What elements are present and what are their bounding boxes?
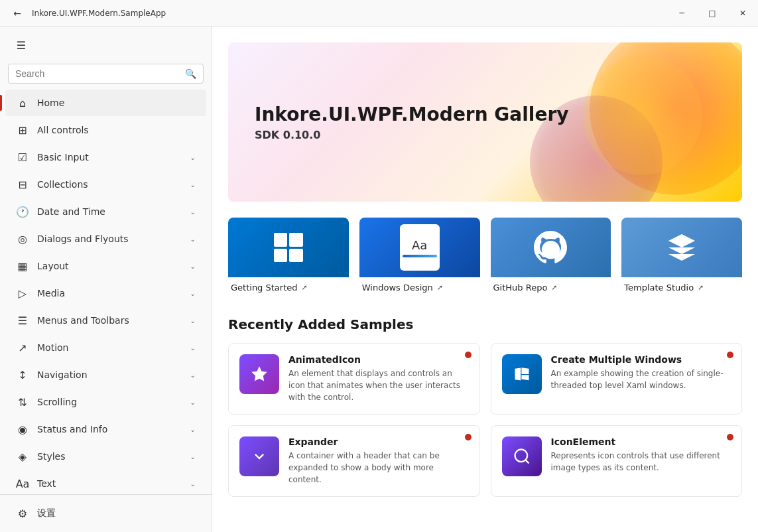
navigation-icon: ↕ [16, 368, 29, 381]
thumb-template-studio [621, 218, 742, 277]
quick-link-label-windows-design: Windows Design ➚ [359, 277, 480, 295]
chevron-icon-status-and-info: ⌄ [190, 426, 196, 433]
nav-label-styles: Styles [37, 451, 190, 462]
sample-desc-animated-icon: An element that displays and controls an… [288, 367, 469, 403]
sample-desc-icon-element: Represents icon controls that use differ… [551, 450, 731, 474]
maximize-button[interactable]: □ [697, 0, 727, 27]
sidebar-item-home[interactable]: ⌂ Home [5, 90, 206, 116]
motion-icon: ↗ [16, 341, 29, 354]
text-icon: Aa [16, 477, 29, 490]
chevron-icon-dialogs-and-flyouts: ⌄ [190, 235, 196, 243]
minimize-icon: ─ [679, 9, 684, 18]
back-icon: ← [13, 8, 21, 19]
hero-blob-3 [583, 56, 702, 175]
close-button[interactable]: ✕ [727, 0, 758, 27]
nav-label-media: Media [37, 288, 190, 299]
back-button[interactable]: ← [8, 4, 27, 23]
status-and-info-icon: ◉ [16, 423, 29, 436]
app-title: Inkore.UI.WPF.Modern.SampleApp [32, 9, 750, 18]
new-badge-animated-icon [465, 352, 472, 358]
sidebar-item-menus-and-toolbars[interactable]: ☰ Menus and Toolbars ⌄ [5, 307, 206, 334]
nav-label-navigation: Navigation [37, 369, 190, 380]
quick-link-github-repo[interactable]: ● GitHub Repo ➚ [491, 218, 611, 295]
minimize-button[interactable]: ─ [666, 0, 697, 27]
date-and-time-icon: 🕐 [16, 205, 29, 218]
maximize-icon: □ [708, 9, 716, 18]
new-badge-icon-element [727, 434, 733, 440]
external-link-icon-template-studio: ➚ [698, 283, 704, 292]
chevron-icon-motion: ⌄ [190, 344, 196, 352]
nav-label-collections: Collections [37, 179, 190, 190]
sidebar-item-date-and-time[interactable]: 🕐 Date and Time ⌄ [5, 198, 206, 225]
hamburger-button[interactable]: ☰ [8, 32, 34, 58]
window-controls: ─ □ ✕ [666, 0, 758, 27]
thumb-windows-design: Aa [359, 218, 480, 277]
svg-line-1 [525, 460, 529, 463]
sidebar-item-motion[interactable]: ↗ Motion ⌄ [5, 334, 206, 361]
recently-added-grid: AnimatedIcon An element that displays an… [228, 343, 742, 497]
sample-info-animated-icon: AnimatedIcon An element that displays an… [288, 354, 469, 403]
sample-thumb-icon-element [502, 436, 542, 476]
template-svg-icon [666, 232, 698, 263]
settings-item[interactable]: ⚙ 设置 [5, 500, 206, 527]
svg-point-0 [515, 450, 527, 462]
chevron-icon-collections: ⌄ [190, 181, 196, 188]
new-badge-create-multiple-windows [727, 352, 733, 358]
settings-label: 设置 [37, 507, 56, 519]
search-icon: 🔍 [185, 68, 196, 79]
sidebar-footer: ⚙ 设置 [0, 494, 212, 532]
sample-card-create-multiple-windows[interactable]: Create Multiple Windows An example showi… [491, 343, 743, 415]
sample-title-create-multiple-windows: Create Multiple Windows [551, 354, 731, 365]
sidebar-item-scrolling[interactable]: ⇅ Scrolling ⌄ [5, 389, 206, 415]
sidebar-item-basic-input[interactable]: ☑ Basic Input ⌄ [5, 144, 206, 170]
sample-thumb-create-multiple-windows [502, 354, 542, 394]
quick-link-label-getting-started: Getting Started ➚ [228, 277, 349, 295]
sample-title-expander: Expander [288, 436, 469, 447]
sample-info-expander: Expander A container with a header that … [288, 436, 469, 486]
quick-link-windows-design[interactable]: Aa Windows Design ➚ [359, 218, 480, 295]
nav-label-status-and-info: Status and Info [37, 424, 190, 434]
sidebar-item-layout[interactable]: ▦ Layout ⌄ [5, 253, 206, 279]
sample-card-expander[interactable]: Expander A container with a header that … [228, 425, 480, 497]
nav-label-motion: Motion [37, 342, 190, 353]
sidebar: ☰ 🔍 ⌂ Home ⊞ All controls ☑ Basic Input … [0, 27, 212, 532]
hamburger-icon: ☰ [17, 39, 26, 52]
sidebar-item-media[interactable]: ▷ Media ⌄ [5, 280, 206, 306]
quick-link-getting-started[interactable]: Getting Started ➚ [228, 218, 349, 295]
sample-card-animated-icon[interactable]: AnimatedIcon An element that displays an… [228, 343, 480, 415]
quick-link-template-studio[interactable]: Template Studio ➚ [621, 218, 742, 295]
hero-text: Inkore.UI.WPF.Modern Gallery SDK 0.10.0 [255, 103, 568, 141]
github-svg-icon [534, 231, 567, 264]
sidebar-item-dialogs-and-flyouts[interactable]: ◎ Dialogs and Flyouts ⌄ [5, 226, 206, 252]
sample-desc-expander: A container with a header that can be ex… [288, 450, 469, 486]
app-body: ☰ 🔍 ⌂ Home ⊞ All controls ☑ Basic Input … [0, 27, 758, 532]
sample-thumb-expander [239, 436, 279, 476]
sample-info-icon-element: IconElement Represents icon controls tha… [551, 436, 731, 474]
sample-title-icon-element: IconElement [551, 436, 731, 447]
scrolling-icon: ⇅ [16, 395, 29, 409]
nav-label-menus-and-toolbars: Menus and Toolbars [37, 315, 190, 326]
quick-links: Getting Started ➚ Aa Windows Design ➚ ● … [228, 218, 742, 295]
sample-title-animated-icon: AnimatedIcon [288, 354, 469, 365]
chevron-icon-text: ⌄ [190, 480, 196, 488]
nav-label-dialogs-and-flyouts: Dialogs and Flyouts [37, 233, 190, 244]
sidebar-item-navigation[interactable]: ↕ Navigation ⌄ [5, 362, 206, 388]
sidebar-nav: ⌂ Home ⊞ All controls ☑ Basic Input ⌄ ⊟ … [0, 89, 212, 494]
chevron-icon-styles: ⌄ [190, 453, 196, 460]
nav-label-date-and-time: Date and Time [37, 206, 190, 217]
sidebar-item-styles[interactable]: ◈ Styles ⌄ [5, 443, 206, 470]
dialogs-and-flyouts-icon: ◎ [16, 232, 29, 245]
sample-info-create-multiple-windows: Create Multiple Windows An example showi… [551, 354, 731, 391]
titlebar: ← Inkore.UI.WPF.Modern.SampleApp ─ □ ✕ [0, 0, 758, 27]
sidebar-item-all-controls[interactable]: ⊞ All controls [5, 117, 206, 143]
chevron-icon-navigation: ⌄ [190, 371, 196, 379]
sidebar-item-status-and-info[interactable]: ◉ Status and Info ⌄ [5, 416, 206, 442]
nav-label-layout: Layout [37, 261, 190, 271]
sidebar-item-collections[interactable]: ⊟ Collections ⌄ [5, 171, 206, 198]
search-input[interactable] [15, 68, 180, 79]
chevron-icon-menus-and-toolbars: ⌄ [190, 317, 196, 324]
sample-card-icon-element[interactable]: IconElement Represents icon controls tha… [491, 425, 743, 497]
sidebar-item-text[interactable]: Aa Text ⌄ [5, 470, 206, 494]
windows-logo [274, 233, 303, 262]
search-box[interactable]: 🔍 [8, 64, 204, 84]
